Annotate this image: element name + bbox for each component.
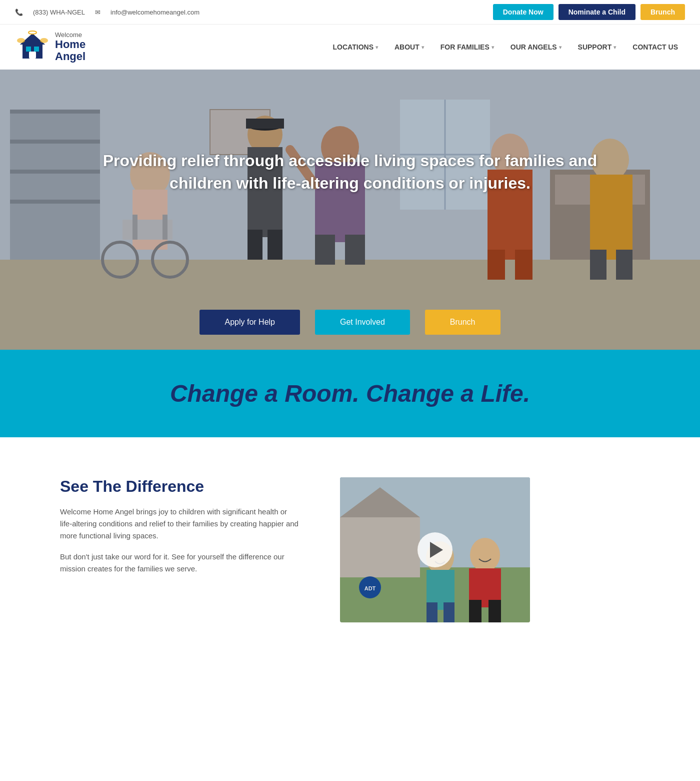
svg-point-5 (17, 38, 25, 43)
brunch-hero-button[interactable]: Brunch (425, 310, 500, 335)
email-icon (95, 9, 100, 16)
apply-for-help-button[interactable]: Apply for Help (200, 310, 300, 335)
svg-rect-2 (26, 47, 31, 52)
nominate-button[interactable]: Nominate a Child (558, 4, 636, 20)
chevron-down-icon: ▾ (376, 45, 378, 50)
see-difference-video: ADT (340, 477, 530, 622)
top-bar: (833) WHA-NGEL info@welcomehomeangel.com… (0, 0, 700, 25)
logo-text: Welcome Home Angel (55, 32, 86, 63)
svg-point-6 (40, 38, 48, 43)
svg-rect-4 (29, 52, 36, 59)
see-difference-text: See The Difference Welcome Home Angel br… (60, 477, 300, 584)
hero-title: Providing relief through accessible livi… (100, 150, 600, 195)
hero-buttons: Apply for Help Get Involved Brunch (0, 300, 700, 350)
nav-for-families[interactable]: FOR FAMILIES ▾ (434, 39, 501, 55)
logo-welcome: Welcome (55, 32, 86, 39)
email-link[interactable]: info@welcomehomeangel.com (110, 9, 200, 16)
phone-icon (15, 9, 23, 16)
chevron-down-icon: ▾ (492, 45, 494, 50)
top-bar-right: Donate Now Nominate a Child Brunch (493, 4, 685, 20)
navbar: Welcome Home Angel LOCATIONS ▾ ABOUT ▾ F… (0, 25, 700, 70)
see-difference-section: See The Difference Welcome Home Angel br… (0, 437, 700, 662)
logo-area[interactable]: Welcome Home Angel (15, 30, 86, 65)
see-difference-para2: But don't just take our word for it. See… (60, 551, 300, 575)
chevron-down-icon: ▾ (559, 45, 562, 50)
phone-number: (833) WHA-NGEL (33, 9, 85, 16)
video-thumbnail[interactable]: ADT (340, 477, 530, 622)
see-difference-para1: Welcome Home Angel brings joy to childre… (60, 506, 300, 542)
tagline-section: Change a Room. Change a Life. (0, 350, 700, 437)
chevron-down-icon: ▾ (422, 45, 424, 50)
nav-contact-us[interactable]: CONTACT US (626, 39, 685, 55)
brunch-top-button[interactable]: Brunch (640, 4, 685, 20)
nav-our-angels[interactable]: OUR ANGELS ▾ (504, 39, 568, 55)
donate-button[interactable]: Donate Now (493, 4, 554, 20)
hero-content: Providing relief through accessible livi… (0, 150, 700, 195)
see-difference-heading: See The Difference (60, 477, 300, 496)
logo-angel: Angel (55, 51, 86, 63)
svg-point-7 (28, 31, 36, 34)
top-bar-left: (833) WHA-NGEL info@welcomehomeangel.com (15, 9, 200, 16)
nav-support[interactable]: SUPPORT ▾ (571, 39, 624, 55)
hero-section: Providing relief through accessible livi… (0, 70, 700, 350)
get-involved-button[interactable]: Get Involved (315, 310, 410, 335)
play-button[interactable] (418, 532, 452, 567)
logo-icon (15, 30, 50, 65)
nav-locations[interactable]: LOCATIONS ▾ (326, 39, 385, 55)
nav-links: LOCATIONS ▾ ABOUT ▾ FOR FAMILIES ▾ OUR A… (326, 39, 685, 55)
nav-about[interactable]: ABOUT ▾ (388, 39, 431, 55)
svg-rect-3 (34, 47, 39, 52)
tagline-text: Change a Room. Change a Life. (15, 380, 685, 407)
chevron-down-icon: ▾ (614, 45, 616, 50)
logo-home: Home (55, 39, 86, 51)
